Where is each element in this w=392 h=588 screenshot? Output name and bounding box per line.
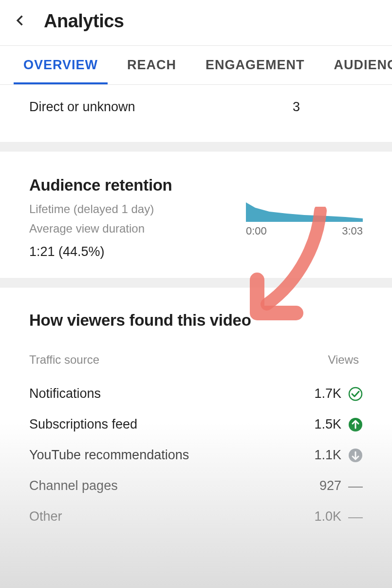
retention-chart[interactable]: 0:00 3:03 <box>246 202 363 259</box>
row-value: 3 <box>256 99 363 115</box>
retention-time-end: 3:03 <box>342 225 363 237</box>
traffic-row[interactable]: Other1.0K— <box>29 501 363 532</box>
traffic-row[interactable]: YouTube recommendations1.1K <box>29 440 363 470</box>
traffic-value: 927 <box>319 478 341 493</box>
section-audience-retention: Audience retention Lifetime (delayed 1 d… <box>0 152 392 278</box>
traffic-header: Traffic source Views <box>29 353 363 367</box>
tab-audience[interactable]: AUDIENCE <box>332 46 392 84</box>
retention-value: 1:21 (44.5%) <box>29 244 246 259</box>
tab-reach[interactable]: REACH <box>125 46 178 84</box>
traffic-row[interactable]: Channel pages927— <box>29 470 363 501</box>
trend-up-icon <box>348 417 363 432</box>
col-views: Views <box>328 353 363 367</box>
header: Analytics <box>0 0 392 45</box>
traffic-value: 1.5K <box>314 417 341 432</box>
section-divider <box>0 278 392 288</box>
back-button[interactable] <box>14 14 27 29</box>
traffic-label: Channel pages <box>29 478 319 493</box>
traffic-row[interactable]: Subscriptions feed1.5K <box>29 409 363 440</box>
trend-dash-icon: — <box>348 510 363 524</box>
row-direct-unknown: Direct or unknown 3 <box>0 85 392 142</box>
traffic-label: Subscriptions feed <box>29 417 314 432</box>
traffic-label: Notifications <box>29 386 314 401</box>
svg-point-0 <box>349 388 362 400</box>
tab-overview[interactable]: OVERVIEW <box>21 46 100 84</box>
traffic-row[interactable]: Notifications1.7K <box>29 378 363 409</box>
tabs: OVERVIEW REACH ENGAGEMENT AUDIENCE <box>0 45 392 85</box>
retention-subtitle: Lifetime (delayed 1 day) <box>29 202 246 216</box>
section-title: Audience retention <box>29 176 363 195</box>
page-title: Analytics <box>44 11 124 32</box>
traffic-value: 1.0K <box>314 509 341 524</box>
traffic-value: 1.7K <box>314 386 341 401</box>
trend-check-icon <box>348 387 363 401</box>
trend-dash-icon: — <box>348 479 363 493</box>
col-source: Traffic source <box>29 353 328 367</box>
section-divider <box>0 142 392 152</box>
retention-avg-label: Average view duration <box>29 222 246 235</box>
section-traffic-sources: How viewers found this video Traffic sou… <box>0 288 392 547</box>
traffic-label: Other <box>29 509 314 524</box>
retention-time-start: 0:00 <box>246 225 267 237</box>
traffic-value: 1.1K <box>314 448 341 463</box>
row-label: Direct or unknown <box>29 99 256 115</box>
tab-engagement[interactable]: ENGAGEMENT <box>204 46 307 84</box>
trend-down-icon <box>348 448 363 463</box>
traffic-label: YouTube recommendations <box>29 448 314 463</box>
section-title: How viewers found this video <box>29 311 363 330</box>
